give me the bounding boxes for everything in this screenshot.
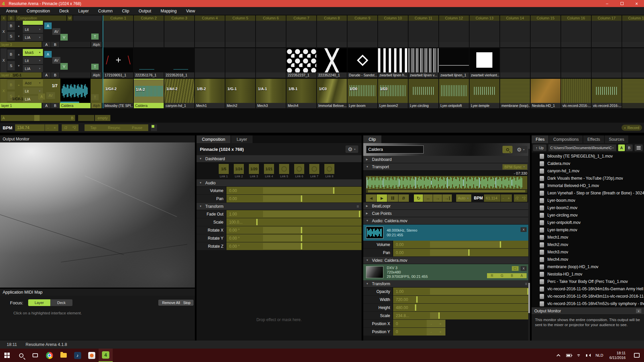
layer1-active-clip-name[interactable]: Caldera: [60, 103, 91, 108]
clip-cell[interactable]: 1/G#-2: [103, 79, 133, 103]
link-knob[interactable]: 1/20: [249, 164, 259, 174]
clip-label[interactable]: Darude - Sandst...: [347, 72, 377, 78]
clip-label[interactable]: [103, 42, 133, 47]
file-row[interactable]: Mech4.mov: [532, 256, 644, 263]
composition-gear-button[interactable]: ⚙▼: [345, 145, 358, 153]
file-row[interactable]: Lyer-ontpoloft.mov: [532, 219, 644, 226]
link-knob[interactable]: 1/5: [219, 164, 229, 174]
section-clip-dashboard[interactable]: ▶Dashboard: [363, 156, 530, 163]
layer1-x-button[interactable]: X: [1, 79, 7, 103]
tray-language[interactable]: NLD: [593, 349, 606, 362]
file-row[interactable]: vlc-record-2016-11-05-16h34m16s-German A…: [532, 285, 644, 293]
layer3-av-button[interactable]: AV: [52, 28, 60, 35]
clip-label[interactable]: [622, 103, 644, 108]
clip-cell[interactable]: [622, 48, 644, 72]
tab-layer[interactable]: Layer: [231, 135, 252, 143]
tab-files[interactable]: Files: [532, 135, 548, 143]
clip-cell[interactable]: [378, 48, 408, 72]
play-once-button[interactable]: →: [433, 194, 442, 202]
clip-cell[interactable]: [622, 79, 644, 103]
clip-label[interactable]: [256, 42, 286, 47]
file-row[interactable]: membrane (loop)-HD_1.mov: [532, 263, 644, 270]
channel-b-button[interactable]: B: [511, 274, 513, 278]
grid-header-m[interactable]: M: [67, 15, 72, 21]
clip-cell[interactable]: [561, 79, 591, 103]
clip-cell[interactable]: [286, 48, 316, 72]
layer3-lit-dropdown[interactable]: Lit▼: [23, 26, 43, 33]
up-button[interactable]: ↑Up: [533, 144, 546, 151]
clip-label[interactable]: [134, 42, 164, 47]
clip-cell[interactable]: [439, 48, 469, 72]
slider-track[interactable]: 0.00: [226, 195, 362, 202]
menu-item-arena[interactable]: Arena: [1, 7, 22, 15]
clip-cell[interactable]: [195, 21, 225, 42]
file-row[interactable]: Lyer-circling.mov: [532, 212, 644, 219]
clip-cell[interactable]: [409, 48, 438, 72]
file-row[interactable]: canyon-hd_1.mov: [532, 167, 644, 175]
column-header[interactable]: Column 6: [256, 15, 286, 21]
slider-handle[interactable]: [301, 235, 302, 241]
clip-cell[interactable]: [500, 79, 530, 103]
clip-label[interactable]: [500, 72, 530, 78]
column-header[interactable]: Column 11: [409, 15, 438, 21]
file-row[interactable]: Immortal Beloved-HD_1.mov: [532, 182, 644, 189]
file-row[interactable]: Caldera.mov: [532, 160, 644, 167]
clip-label[interactable]: [256, 72, 286, 78]
clip-cell[interactable]: [409, 79, 438, 103]
empty-clip-button[interactable]: empty: [95, 115, 110, 121]
section-audio[interactable]: ▼Audio: [197, 179, 362, 187]
audio-remove-button[interactable]: X: [521, 227, 527, 232]
resync-button[interactable]: Resync: [108, 126, 120, 130]
transport-scrollbar[interactable]: [366, 190, 527, 193]
focus-layer-button[interactable]: Layer: [28, 299, 50, 306]
clip-gear-button[interactable]: ⚙▼: [515, 146, 527, 153]
link-knob[interactable]: [324, 164, 334, 174]
clip-label[interactable]: [592, 72, 622, 78]
column-header[interactable]: Column 1: [103, 15, 133, 21]
layer2-x-button[interactable]: X: [1, 48, 7, 72]
slider-handle[interactable]: [333, 187, 334, 194]
clip-label[interactable]: zwartwit lijnen v...: [409, 72, 438, 78]
transport-waveform[interactable]: [366, 176, 527, 189]
clip-cell[interactable]: [225, 48, 255, 72]
clip-label[interactable]: Lyer-boom: [347, 103, 377, 108]
clip-label[interactable]: bilousby (TE SPI...: [103, 103, 133, 108]
clip-label[interactable]: membrane (loop)...: [500, 103, 530, 108]
clip-cell[interactable]: [225, 21, 255, 42]
column-header[interactable]: Column 2: [134, 15, 164, 21]
layer1-alpha-button[interactable]: Alph: [91, 103, 102, 108]
clip-cell[interactable]: [470, 48, 499, 72]
maximize-button[interactable]: [614, 0, 629, 7]
volume-icon[interactable]: [584, 349, 593, 362]
crossfader[interactable]: A B: [1, 115, 75, 121]
menu-item-clip[interactable]: Clip: [117, 7, 134, 15]
layer3-down-icon[interactable]: ▼: [15, 32, 22, 41]
layer1-a-button[interactable]: A: [38, 94, 45, 100]
clip-label[interactable]: Lyer-boom2: [378, 103, 408, 108]
slider-handle[interactable]: [415, 304, 416, 311]
file-row[interactable]: Lyer-temple.mov: [532, 226, 644, 234]
crossfader-handle[interactable]: [34, 115, 40, 121]
link-knob[interactable]: [294, 164, 304, 174]
layer3-v-button[interactable]: V: [60, 34, 68, 41]
tab-compositions[interactable]: Compositions: [549, 135, 583, 143]
clip-search-button[interactable]: [502, 146, 513, 153]
column-header[interactable]: Column 16: [561, 15, 591, 21]
file-row[interactable]: Lyer-boom2.mov: [532, 204, 644, 212]
clip-label[interactable]: 222352237_1: [286, 72, 316, 78]
video-resize-button[interactable]: [512, 266, 519, 271]
section-clip-transform[interactable]: ▼Transform≡: [363, 280, 530, 288]
column-header[interactable]: Column 9: [347, 15, 377, 21]
view-toggle-button[interactable]: [635, 144, 643, 151]
clip-label[interactable]: [347, 42, 377, 47]
clip-cell[interactable]: [531, 79, 560, 103]
section-clip-video[interactable]: ▼Video: Caldera.mov: [363, 257, 530, 264]
clip-label[interactable]: Lyer-circling: [409, 103, 438, 108]
clip-cell[interactable]: 1/B-2: [195, 79, 225, 103]
clip-label[interactable]: [470, 42, 499, 47]
clip-cell[interactable]: [286, 21, 316, 42]
clip-cell[interactable]: [164, 21, 194, 42]
clip-cell[interactable]: [439, 21, 469, 42]
clip-label[interactable]: Mech1: [195, 103, 225, 108]
layer2-a-button[interactable]: A: [44, 51, 52, 58]
